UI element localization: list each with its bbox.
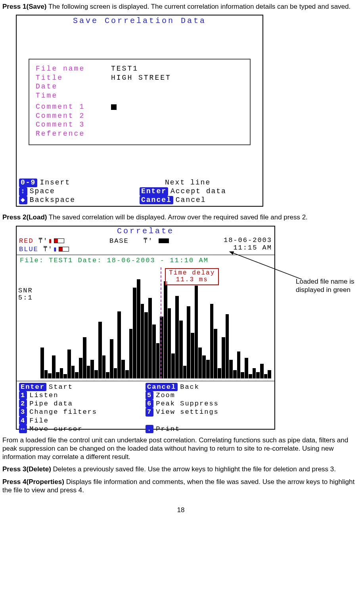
bar — [133, 288, 136, 378]
cursor-line — [161, 267, 161, 378]
blue-bar-icon: ▮ — [53, 246, 57, 253]
field-row: Comment 1 — [36, 102, 243, 111]
key-cap: 0-9 — [19, 179, 37, 187]
key-text: Move cursor — [29, 425, 82, 433]
page-number: 18 — [2, 506, 359, 514]
antenna-icon: ⍑' — [43, 246, 53, 253]
save-title: Save Correlation Data — [17, 15, 262, 27]
key-hint: ↔Move cursor — [19, 425, 146, 433]
field-label: Comment 2 — [36, 111, 111, 121]
field-label: Comment 1 — [36, 102, 111, 111]
bar — [179, 321, 183, 378]
key-text: Backspace — [30, 196, 75, 204]
key-cap: ↕ — [19, 187, 27, 196]
antenna-icon: ⍑' — [38, 237, 48, 245]
bar — [71, 366, 75, 378]
field-label: Reference — [36, 129, 111, 138]
paragraph-press1: Press 1(Save) The following screen is di… — [2, 2, 359, 11]
bar — [245, 358, 248, 378]
key-text: Change filters — [29, 408, 97, 416]
correlate-title: Correlate — [17, 227, 274, 236]
key-text: Accept data — [171, 187, 226, 195]
bar — [63, 374, 67, 378]
field-row: File nameTEST1 — [36, 64, 243, 73]
status-blue: BLUE — [19, 246, 38, 253]
bar — [260, 364, 264, 378]
file-info: File: TEST1 Date: 18-06-2003 - 11:10 AM — [17, 255, 274, 266]
status-date: 18-06-2003 — [224, 236, 272, 244]
paragraph-press2: Press 2(Load) The saved correlation will… — [2, 213, 359, 221]
correlate-wrap: Correlate RED ⍑'▮ BLUE ⍑'▮ BASE ⍑' 18-06… — [2, 226, 359, 430]
snr-readout: SNR5:1 — [18, 287, 33, 302]
bar — [56, 372, 59, 378]
bar — [114, 368, 117, 378]
bar — [110, 339, 113, 378]
bar — [191, 333, 194, 378]
bar — [125, 370, 129, 378]
bar — [171, 353, 175, 378]
bar — [94, 370, 98, 378]
key-cap: 7 — [146, 408, 153, 416]
bar — [187, 306, 190, 378]
field-label: Time — [36, 91, 111, 100]
key-hint: 0-9Insert — [19, 179, 140, 187]
battery-blue-icon — [59, 247, 69, 252]
correlation-chart: SNR5:1 Time delay11.3 ms — [40, 267, 271, 378]
bar — [264, 374, 268, 378]
key-hint: 2Pipe data — [19, 399, 146, 408]
key-hint: 6Peak Suppress — [146, 399, 272, 408]
key-cap: Cancel — [140, 196, 173, 205]
status-time: 11:15 AM — [233, 244, 272, 252]
bar — [175, 296, 179, 378]
key-cap: ↔ — [19, 425, 27, 433]
bar — [249, 374, 252, 378]
field-row: Date — [36, 82, 243, 91]
bar — [222, 337, 225, 378]
key-text: Start — [49, 383, 73, 391]
key-text: Cancel — [176, 196, 206, 204]
key-hint: Next line — [140, 179, 260, 187]
key-cap: 5 — [146, 391, 153, 399]
key-text: Listen — [29, 392, 58, 399]
text-cursor-icon — [111, 104, 117, 110]
save-key-legend: 0-9Insert↕Space◆Backspace Next lineEnter… — [19, 179, 260, 204]
correlate-status-bar: RED ⍑'▮ BLUE ⍑'▮ BASE ⍑' 18-06-2003 11:1… — [17, 236, 274, 255]
correlate-screen: Correlate RED ⍑'▮ BLUE ⍑'▮ BASE ⍑' 18-06… — [16, 226, 275, 430]
bar — [241, 372, 244, 378]
paragraph-press3: Press 3(Delete) Deletes a previously sav… — [2, 465, 359, 473]
key-hint: EnterAccept data — [140, 187, 260, 196]
key-cap: . — [146, 425, 153, 433]
bar — [226, 314, 229, 378]
bar — [144, 312, 148, 378]
field-value: TEST1 — [111, 64, 138, 73]
field-value: HIGH STREET — [111, 73, 171, 83]
bar — [233, 370, 237, 378]
field-value — [111, 102, 117, 111]
bar — [98, 322, 102, 378]
field-row: TitleHIGH STREET — [36, 73, 243, 83]
bar — [268, 370, 271, 378]
status-base: BASE — [109, 237, 129, 245]
bar — [198, 348, 202, 378]
key-cap: 4 — [19, 417, 27, 425]
key-hint: 3Change filters — [19, 408, 146, 416]
bar — [137, 279, 140, 378]
bar — [121, 360, 125, 378]
bar — [67, 350, 71, 378]
bar — [87, 366, 90, 378]
key-text: Insert — [40, 179, 70, 186]
field-row: Comment 2 — [36, 111, 243, 121]
bar — [60, 368, 63, 378]
paragraph-after-correlate: From a loaded file the control unit can … — [2, 436, 359, 461]
key-hint: ◆Backspace — [19, 196, 140, 205]
key-cap: Enter — [19, 383, 46, 391]
key-hint: 1Listen — [19, 391, 146, 399]
bar — [48, 373, 52, 378]
bar — [106, 372, 109, 378]
press1-text: The following screen is displayed. The c… — [47, 3, 351, 10]
key-hint: ↕Space — [19, 187, 140, 196]
press3-bold: Press 3(Delete) — [2, 465, 51, 473]
bar — [117, 311, 121, 378]
key-text: Print — [156, 425, 180, 433]
key-hint: .Print — [146, 425, 272, 433]
